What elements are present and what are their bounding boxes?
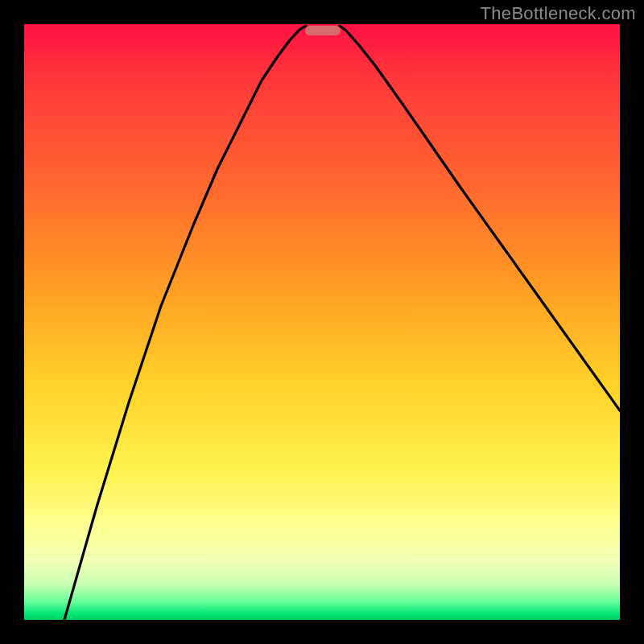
watermark-text: TheBottleneck.com	[481, 3, 636, 24]
left-curve	[64, 26, 306, 620]
curve-layer	[24, 24, 620, 620]
right-curve	[340, 26, 620, 411]
chart-frame: TheBottleneck.com	[0, 0, 644, 644]
bottleneck-marker	[305, 26, 341, 35]
plot-area	[24, 24, 620, 620]
